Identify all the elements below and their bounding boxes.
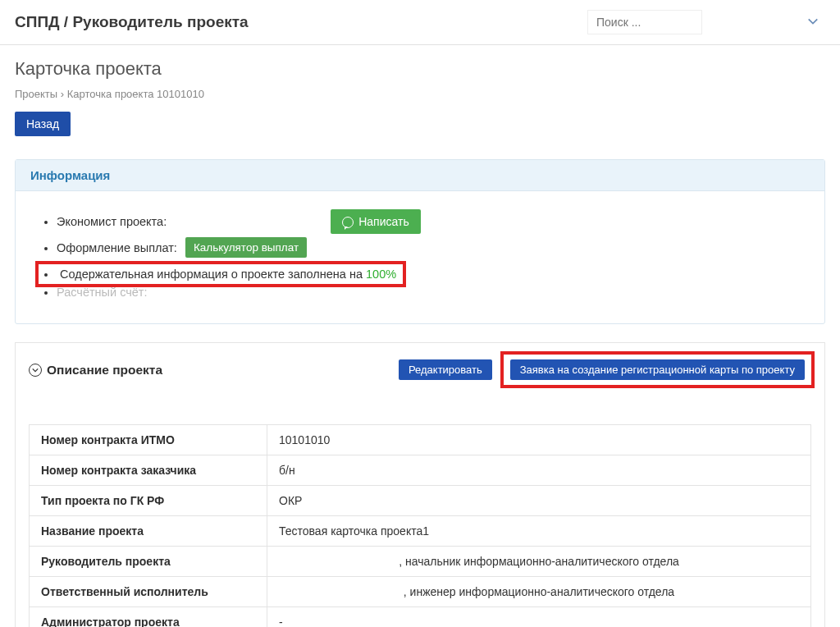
info-completion-row: Содержательная информация о проекте запо… — [57, 261, 806, 287]
row-value: , инженер информационно-аналитического о… — [267, 577, 811, 607]
row-value: б/н — [267, 455, 811, 486]
row-key: Название проекта — [30, 516, 267, 547]
description-table: Номер контракта ИТМО10101010Номер контра… — [29, 424, 811, 627]
app-title: СППД / Руководитель проекта — [15, 13, 249, 31]
description-toggle[interactable]: Описание проекта — [29, 363, 162, 378]
breadcrumb: Проекты › Карточка проекта 10101010 — [15, 88, 825, 100]
table-row: Руководитель проекта, начальник информац… — [30, 547, 811, 577]
row-key: Ответственный исполнитель — [30, 577, 267, 607]
calculator-button[interactable]: Калькулятор выплат — [185, 237, 307, 258]
info-account-row: Расчётный счёт: — [57, 286, 806, 299]
row-value: , начальник информационно-аналитического… — [267, 547, 811, 577]
economist-label: Экономист проекта: — [57, 215, 167, 228]
registration-request-button[interactable]: Заявка на создание регистрационной карты… — [510, 359, 805, 380]
description-panel: Номер контракта ИТМО10101010Номер контра… — [15, 396, 825, 627]
edit-button[interactable]: Редактировать — [399, 359, 492, 380]
row-key: Номер контракта ИТМО — [30, 425, 267, 455]
row-value: - — [267, 607, 811, 627]
chat-icon — [342, 217, 354, 228]
completion-percent: 100% — [366, 268, 396, 281]
row-key: Тип проекта по ГК РФ — [30, 486, 267, 516]
breadcrumb-current: Карточка проекта 10101010 — [67, 88, 204, 100]
table-row: Ответственный исполнитель, инженер инфор… — [30, 577, 811, 607]
row-key: Руководитель проекта — [30, 547, 267, 577]
row-value: Тестовая карточка проекта1 — [267, 516, 811, 547]
row-value: ОКР — [267, 486, 811, 516]
table-row: Номер контракта заказчикаб/н — [30, 455, 811, 486]
info-panel: Информация Экономист проекта: Написать О… — [15, 159, 825, 324]
table-row: Название проектаТестовая карточка проект… — [30, 516, 811, 547]
top-bar: СППД / Руководитель проекта — [0, 0, 840, 45]
page-title: Карточка проекта — [15, 58, 825, 80]
row-key: Номер контракта заказчика — [30, 455, 267, 486]
highlight-completion: Содержательная информация о проекте запо… — [35, 261, 406, 287]
table-row: Администратор проекта- — [30, 607, 811, 627]
table-row: Тип проекта по ГК РФОКР — [30, 486, 811, 516]
table-row: Номер контракта ИТМО10101010 — [30, 425, 811, 455]
info-payments-row: Оформление выплат: Калькулятор выплат — [57, 237, 806, 258]
breadcrumb-root[interactable]: Проекты — [15, 88, 57, 100]
row-key: Администратор проекта — [30, 607, 267, 627]
write-button[interactable]: Написать — [331, 209, 420, 234]
chevron-down-circle-icon — [29, 364, 42, 377]
description-section-header: Описание проекта Редактировать Заявка на… — [15, 342, 825, 396]
info-economist-row: Экономист проекта: Написать — [57, 209, 806, 234]
highlight-registration: Заявка на создание регистрационной карты… — [500, 351, 815, 388]
chevron-down-icon[interactable] — [801, 16, 825, 30]
search-input[interactable] — [587, 10, 702, 34]
row-value: 10101010 — [267, 425, 811, 455]
info-panel-title: Информация — [16, 160, 824, 191]
back-button[interactable]: Назад — [15, 112, 71, 136]
payments-label: Оформление выплат: — [57, 241, 177, 254]
